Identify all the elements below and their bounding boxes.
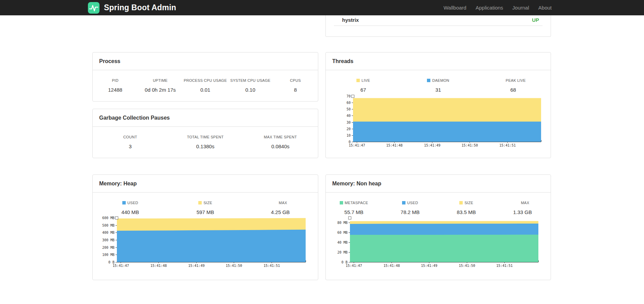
svg-text:30: 30 xyxy=(347,121,351,124)
legend-live: LIVE 67 xyxy=(326,78,401,93)
legend-value: 55.7 MB xyxy=(326,209,382,215)
stat-process-cpu-usage: PROCESS CPU USAGE 0.01 xyxy=(183,78,228,93)
svg-text:15:41:49: 15:41:49 xyxy=(421,264,437,268)
nav-link-about[interactable]: About xyxy=(538,5,552,11)
legend-value: 67 xyxy=(326,87,401,93)
legend-label: LIVE xyxy=(362,78,370,82)
brand[interactable]: Spring Boot Admin xyxy=(88,0,176,15)
svg-text:20: 20 xyxy=(347,127,351,131)
svg-text:15:41:48: 15:41:48 xyxy=(386,143,402,147)
svg-text:15:41:51: 15:41:51 xyxy=(499,143,516,147)
stat-pid: PID 12488 xyxy=(93,78,138,93)
legend-value: 440 MB xyxy=(93,209,168,215)
process-stats: PID 12488 UPTIME 0d 0h 2m 17s PROCESS CP… xyxy=(93,78,318,93)
legend-value: 78.2 MB xyxy=(382,209,438,215)
memory-heap-legend: USED 440 MB SIZE 597 MB MAX 4.25 GB xyxy=(93,201,318,215)
svg-text:15:41:51: 15:41:51 xyxy=(263,264,280,268)
threads-panel: Threads LIVE 67 DAEMON 31 PEAK LIVE xyxy=(325,52,551,158)
legend-swatch xyxy=(402,201,405,204)
legend-swatch xyxy=(340,201,343,204)
svg-text:15:41:47: 15:41:47 xyxy=(112,264,129,268)
nav-link-wallboard[interactable]: Wallboard xyxy=(444,5,466,11)
svg-text:200 MB: 200 MB xyxy=(102,246,114,249)
legend-used: USED 440 MB xyxy=(93,201,168,215)
legend-metaspace: METASPACE 55.7 MB xyxy=(326,201,382,215)
stat-label: PROCESS CPU USAGE xyxy=(183,78,228,83)
svg-text:0: 0 xyxy=(349,140,351,144)
svg-text:15:41:49: 15:41:49 xyxy=(424,143,440,147)
memory-nonheap-chart: 80 MB60 MB40 MB20 MB0 B15:41:4715:41:481… xyxy=(335,215,540,269)
gc-panel-title: Garbage Collection Pauses xyxy=(99,115,170,121)
legend-label: USED xyxy=(127,201,138,205)
svg-text:15:41:50: 15:41:50 xyxy=(459,264,475,268)
stat-label: PID xyxy=(93,78,138,83)
stat-value: 0.0840s xyxy=(243,143,318,149)
svg-text:15:41:47: 15:41:47 xyxy=(346,264,362,268)
pulse-logo-icon xyxy=(88,2,100,14)
legend-value: 1.33 GB xyxy=(494,209,551,215)
svg-text:60: 60 xyxy=(347,101,351,105)
gc-pauses-panel: Garbage Collection Pauses COUNT 3 TOTAL … xyxy=(92,109,318,158)
svg-text:400 MB: 400 MB xyxy=(102,231,114,234)
memory-heap-panel: Memory: Heap USED 440 MB SIZE 597 MB MAX xyxy=(92,174,318,280)
memory-heap-chart: 600 MB500 MB400 MB300 MB200 MB100 MB0 B1… xyxy=(99,215,308,269)
legend-max: MAX 1.33 GB xyxy=(494,201,551,215)
legend-label: MAX xyxy=(521,201,530,205)
stat-total-time-spent: TOTAL TIME SPENT 0.1380s xyxy=(168,135,243,149)
legend-value: 31 xyxy=(401,87,476,93)
legend-swatch xyxy=(356,79,360,82)
stat-uptime: UPTIME 0d 0h 2m 17s xyxy=(138,78,183,93)
legend-value: 68 xyxy=(476,87,551,93)
legend-label: SIZE xyxy=(464,201,473,205)
stat-label: UPTIME xyxy=(138,78,183,83)
legend-label: DAEMON xyxy=(432,78,449,82)
legend-used: USED 78.2 MB xyxy=(382,201,438,215)
legend-label: MAX xyxy=(279,201,287,205)
svg-text:15:41:50: 15:41:50 xyxy=(461,143,478,147)
legend-swatch xyxy=(198,201,202,204)
stat-label: MAX TIME SPENT xyxy=(243,135,318,139)
stat-max-time-spent: MAX TIME SPENT 0.0840s xyxy=(243,135,318,149)
legend-label: USED xyxy=(407,201,418,205)
stat-value: 0.01 xyxy=(183,87,228,93)
stat-label: CPUS xyxy=(273,78,318,83)
stat-value: 12488 xyxy=(93,87,138,93)
stat-value: 0.10 xyxy=(228,87,273,93)
svg-text:15:41:47: 15:41:47 xyxy=(349,143,365,147)
memory-heap-panel-title: Memory: Heap xyxy=(99,181,137,186)
nav-link-applications[interactable]: Applications xyxy=(476,5,503,11)
legend-size: SIZE 597 MB xyxy=(168,201,243,215)
legend-label: PEAK LIVE xyxy=(506,78,526,82)
svg-text:80 MB: 80 MB xyxy=(337,221,348,225)
stat-label: TOTAL TIME SPENT xyxy=(168,135,243,139)
legend-swatch xyxy=(459,201,463,204)
status-badge: UP xyxy=(532,17,542,23)
process-panel-title: Process xyxy=(99,58,120,64)
legend-value: 83.5 MB xyxy=(438,209,494,215)
gc-stats: COUNT 3 TOTAL TIME SPENT 0.1380s MAX TIM… xyxy=(93,135,318,149)
legend-peak-live: PEAK LIVE 68 xyxy=(476,78,551,93)
svg-text:10: 10 xyxy=(347,134,351,137)
application-name: hystrix xyxy=(342,17,359,23)
process-panel: Process PID 12488 UPTIME 0d 0h 2m 17s PR… xyxy=(92,52,318,102)
nav-link-journal[interactable]: Journal xyxy=(512,5,529,11)
stat-count: COUNT 3 xyxy=(93,135,168,149)
application-row-hystrix[interactable]: hystrix UP xyxy=(334,15,542,26)
svg-text:60 MB: 60 MB xyxy=(337,231,348,234)
legend-swatch xyxy=(427,79,430,82)
legend-label: SIZE xyxy=(203,201,212,205)
svg-text:500 MB: 500 MB xyxy=(102,224,114,227)
svg-text:0 B: 0 B xyxy=(108,260,114,264)
applications-panel-fragment: hystrix UP xyxy=(325,15,551,37)
svg-text:70: 70 xyxy=(347,94,351,98)
svg-text:15:41:49: 15:41:49 xyxy=(188,264,204,268)
stat-value: 3 xyxy=(93,143,168,149)
threads-chart: 70605040302010015:41:4715:41:4815:41:491… xyxy=(344,93,543,149)
stat-label: COUNT xyxy=(93,135,168,139)
svg-text:40 MB: 40 MB xyxy=(337,241,348,244)
svg-text:40: 40 xyxy=(347,114,351,118)
svg-text:15:41:48: 15:41:48 xyxy=(150,264,167,268)
stat-value: 0.1380s xyxy=(168,143,243,149)
svg-text:300 MB: 300 MB xyxy=(102,238,114,242)
legend-label: METASPACE xyxy=(345,201,368,205)
